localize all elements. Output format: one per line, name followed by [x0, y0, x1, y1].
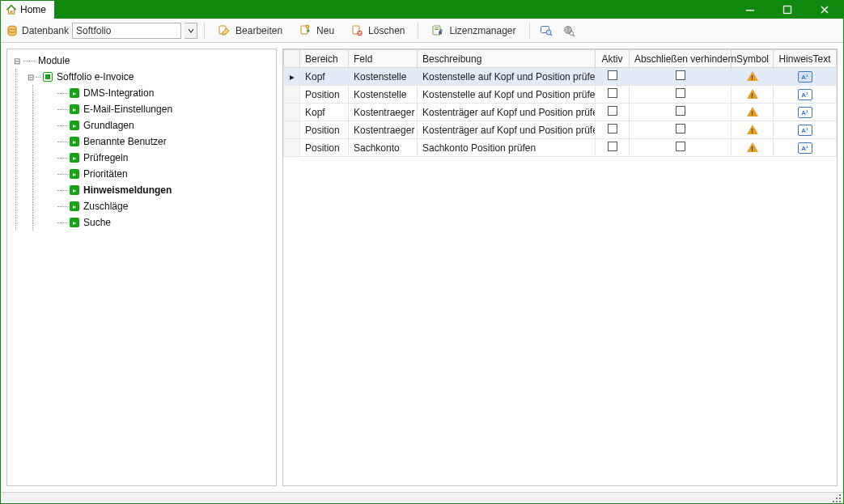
row-marker	[284, 104, 300, 121]
db-combo-dropdown[interactable]	[184, 23, 197, 39]
tree-item-benannte-benutzer[interactable]: Benannte Benutzer	[53, 133, 274, 150]
cell-abschluss[interactable]	[630, 86, 732, 104]
tree-item-label: Prüfregeln	[83, 152, 128, 163]
grid-header-marker	[284, 50, 300, 68]
tree-item-pr-fregeln[interactable]: Prüfregeln	[53, 150, 274, 166]
new-icon	[299, 24, 312, 37]
tree-item-priorit-ten[interactable]: Prioritäten	[53, 166, 274, 182]
cell-symbol[interactable]	[732, 104, 774, 121]
cell-aktiv[interactable]	[596, 86, 630, 104]
cell-beschreibung: Kostenstelle auf Kopf und Position prüfe…	[418, 68, 596, 86]
warning-icon	[747, 123, 758, 134]
module-tree[interactable]: ⊟ Module ⊟ Softfolio e-Invoice DMS-Integ…	[7, 49, 276, 485]
checkbox-abschluss[interactable]	[676, 88, 685, 98]
tree-item-label: Grundlagen	[83, 120, 134, 131]
globe-search-button[interactable]	[559, 23, 579, 39]
cell-hinweis[interactable]: A¹	[774, 139, 837, 157]
cell-aktiv[interactable]	[596, 121, 630, 139]
table-row[interactable]: PositionKostenstelleKostenstelle auf Kop…	[284, 86, 837, 104]
cell-feld: Kostenstelle	[349, 68, 418, 86]
edit-button[interactable]: Bearbeiten	[211, 23, 289, 39]
grid-header-hinweis[interactable]: HinweisText	[774, 50, 837, 68]
close-button[interactable]	[806, 1, 843, 19]
data-grid[interactable]: Bereich Feld Beschreibung Aktiv Abschlie…	[283, 49, 837, 157]
table-row[interactable]: KopfKostentraegerKostenträger auf Kopf u…	[284, 104, 837, 121]
tree-item-label: Suche	[83, 217, 111, 228]
cell-symbol[interactable]	[732, 121, 774, 139]
cell-symbol[interactable]	[732, 139, 774, 157]
checkbox-aktiv[interactable]	[608, 70, 617, 80]
cell-bereich: Position	[300, 121, 349, 139]
tree-item-e-mail-einstellungen[interactable]: E-Mail-Einstellungen	[53, 101, 274, 117]
checkbox-abschluss[interactable]	[676, 124, 685, 133]
license-label: Lizenzmanager	[449, 25, 515, 36]
warning-icon	[747, 105, 758, 116]
checkbox-abschluss[interactable]	[676, 142, 685, 151]
checkbox-abschluss[interactable]	[676, 70, 685, 80]
cell-abschluss[interactable]	[630, 104, 732, 121]
cell-abschluss[interactable]	[630, 121, 732, 139]
svg-rect-1	[784, 6, 791, 14]
textbox-icon: A¹	[798, 125, 812, 136]
tree-item-zuschl-ge[interactable]: Zuschläge	[53, 198, 274, 214]
resize-grip[interactable]	[832, 493, 842, 503]
table-row[interactable]: PositionKostentraegerKostenträger auf Ko…	[284, 121, 837, 139]
module-icon	[69, 152, 80, 163]
cell-bereich: Kopf	[300, 104, 349, 121]
cell-bereich: Position	[300, 139, 349, 157]
cell-hinweis[interactable]: A¹	[774, 86, 837, 104]
cell-beschreibung: Kostenträger auf Kopf und Position prüfe…	[418, 121, 596, 139]
table-row[interactable]: ▸KopfKostenstelleKostenstelle auf Kopf u…	[284, 68, 837, 86]
cell-hinweis[interactable]: A¹	[774, 104, 837, 121]
cell-abschluss[interactable]	[630, 68, 732, 86]
cell-abschluss[interactable]	[630, 139, 732, 157]
grid-header-feld[interactable]: Feld	[349, 50, 418, 68]
new-button[interactable]: Neu	[292, 23, 341, 39]
statusbar	[1, 492, 843, 503]
svg-rect-11	[439, 32, 442, 34]
maximize-button[interactable]	[769, 1, 806, 19]
tree-item-label: Prioritäten	[83, 168, 128, 180]
grid-header-symbol[interactable]: Symbol	[732, 50, 774, 68]
tree-item-dms-integration[interactable]: DMS-Integration	[53, 85, 274, 101]
cell-feld: Kostentraeger	[349, 104, 418, 121]
cell-aktiv[interactable]	[596, 68, 630, 86]
cell-symbol[interactable]	[732, 86, 774, 104]
delete-button[interactable]: Löschen	[344, 23, 411, 39]
cell-aktiv[interactable]	[596, 139, 630, 157]
grid-header-aktiv[interactable]: Aktiv	[596, 50, 630, 68]
toolbar: Datenbank Softfolio Bearbeiten Neu	[1, 19, 843, 43]
minimize-button[interactable]	[732, 1, 769, 19]
checkbox-aktiv[interactable]	[608, 106, 617, 116]
db-combo[interactable]: Softfolio	[72, 23, 181, 39]
tree-item-grundlagen[interactable]: Grundlagen	[53, 117, 274, 133]
content-area: ⊟ Module ⊟ Softfolio e-Invoice DMS-Integ…	[1, 43, 843, 492]
cell-hinweis[interactable]: A¹	[774, 121, 837, 139]
module-icon	[69, 120, 80, 131]
checkbox-aktiv[interactable]	[608, 142, 617, 151]
cell-feld: Sachkonto	[349, 139, 418, 157]
database-icon	[6, 24, 19, 37]
table-row[interactable]: PositionSachkontoSachkonto Position prüf…	[284, 139, 837, 157]
cell-aktiv[interactable]	[596, 104, 630, 121]
checkbox-abschluss[interactable]	[676, 106, 685, 116]
cell-beschreibung: Sachkonto Position prüfen	[418, 139, 596, 157]
checkbox-aktiv[interactable]	[608, 124, 617, 133]
grid-header-abschluss[interactable]: Abschließen verhindern	[630, 50, 732, 68]
grid-header-beschreibung[interactable]: Beschreibung	[418, 50, 596, 68]
inspect-button[interactable]	[537, 23, 556, 39]
tree-item-label: Zuschläge	[83, 201, 128, 212]
tree-item-suche[interactable]: Suche	[53, 214, 274, 231]
tree-item-label: E-Mail-Einstellungen	[83, 104, 172, 115]
expander-parent[interactable]: ⊟	[26, 73, 36, 82]
cell-hinweis[interactable]: A¹	[774, 68, 837, 86]
svg-rect-9	[435, 28, 439, 28]
checkbox-aktiv[interactable]	[608, 88, 617, 98]
tree-item-label: Benannte Benutzer	[83, 136, 167, 147]
tree-item-hinweismeldungen[interactable]: Hinweismeldungen	[53, 182, 274, 198]
license-manager-button[interactable]: Lizenzmanager	[425, 23, 522, 39]
expander-root[interactable]: ⊟	[12, 57, 22, 66]
grid-header-bereich[interactable]: Bereich	[300, 50, 349, 68]
cell-symbol[interactable]	[732, 68, 774, 86]
title-tab-home[interactable]: Home	[1, 1, 55, 19]
